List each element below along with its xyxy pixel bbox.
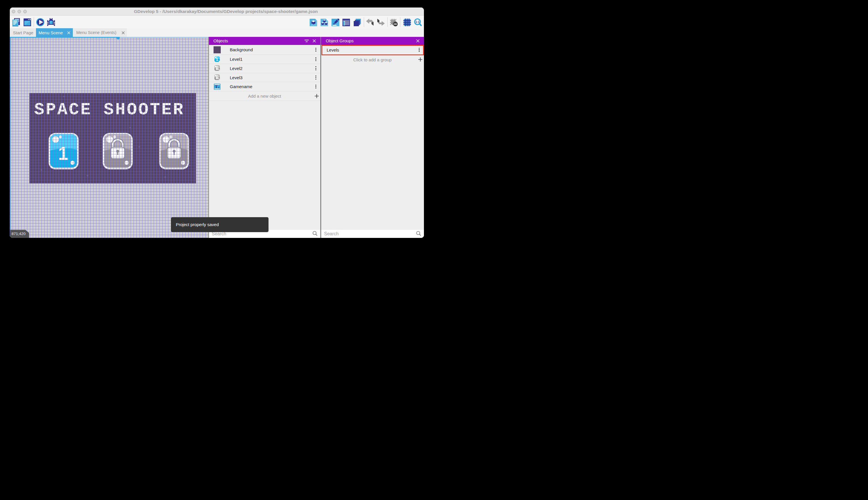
svg-text:x: x xyxy=(218,86,219,89)
svg-text:T: T xyxy=(215,84,218,89)
svg-text:1: 1 xyxy=(216,57,218,61)
svg-text:1:1: 1:1 xyxy=(415,20,420,24)
